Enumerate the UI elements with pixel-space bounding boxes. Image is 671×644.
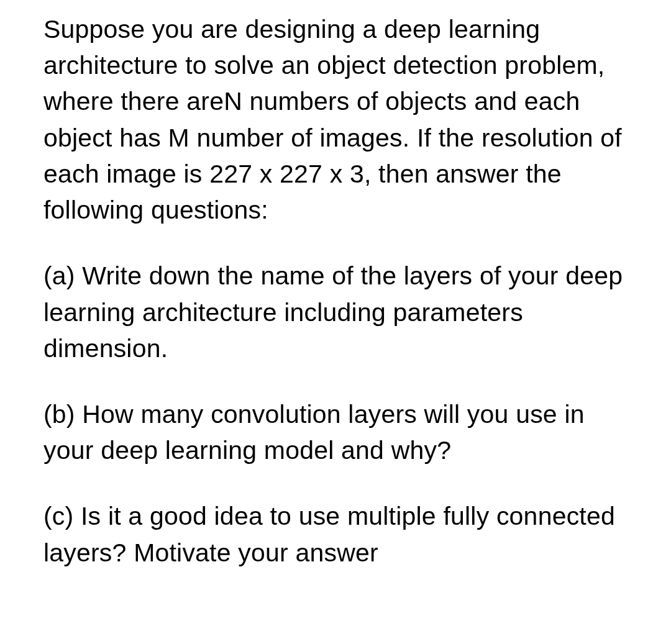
question-intro: Suppose you are designing a deep learnin… bbox=[43, 11, 628, 228]
question-part-c: (c) Is it a good idea to use multiple fu… bbox=[43, 498, 628, 570]
question-container: Suppose you are designing a deep learnin… bbox=[43, 11, 628, 571]
question-part-a: (a) Write down the name of the layers of… bbox=[43, 258, 628, 366]
question-part-b: (b) How many convolution layers will you… bbox=[43, 396, 628, 468]
